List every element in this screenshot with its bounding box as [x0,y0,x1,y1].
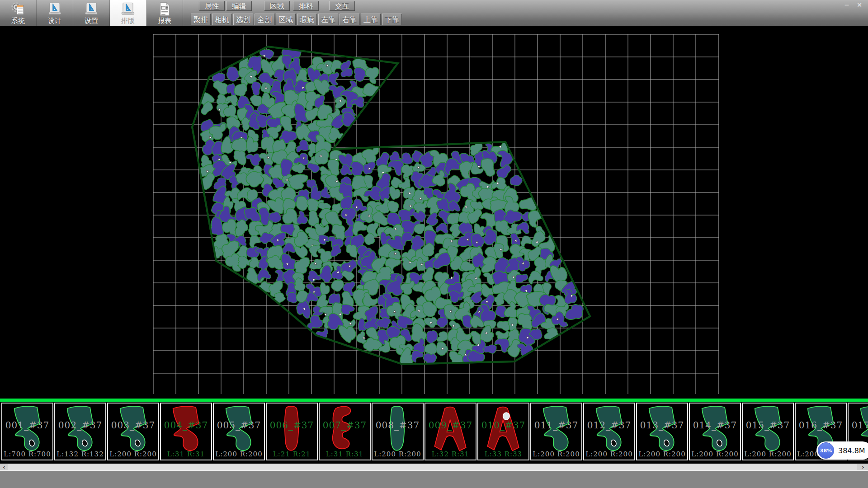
tab-3[interactable]: 区域 [264,1,290,11]
action-buttons: 聚排相机选割全割区域瑕疵左靠右靠上靠下靠 [191,14,402,25]
app-button-settings-ruler[interactable]: 设置 [73,0,110,26]
part-count-label: L:200 R:200 [214,450,264,458]
action-button-4[interactable]: 全割 [255,14,274,25]
main-toolbar: 系统设计设置排版报表 属性编辑区域排料交互 聚排相机选割全割区域瑕疵左靠右靠上靠… [0,0,868,26]
part-thumbnail-7[interactable]: 007_#37L:31 R:31 [319,403,371,460]
part-thumbnail-3[interactable]: 003_#37L:200 R:200 [107,403,159,460]
part-id-label: 010_#37 [478,420,528,431]
app-button-layout-ruler[interactable]: 排版 [110,0,146,26]
action-button-7[interactable]: 左靠 [318,14,338,25]
progress-badge: 38% 384.8M [816,441,868,460]
action-button-6[interactable]: 瑕疵 [297,14,317,25]
part-thumbnail-11[interactable]: 011_#37L:200 R:200 [530,403,582,460]
scroll-left-icon[interactable]: ‹ [0,464,8,470]
canvas-grid-svg [152,28,719,394]
part-id-label: 011_#37 [531,420,581,431]
part-count-label: L:200 R:200 [743,450,793,458]
part-thumbnail-13[interactable]: 013_#37L:200 R:200 [636,403,688,460]
action-button-3[interactable]: 选割 [233,14,253,25]
app-button-system-gear[interactable]: 系统 [0,0,37,26]
part-count-label: L:200 R:200 [584,450,634,458]
part-id-label: 003_#37 [108,420,158,431]
app-switcher: 系统设计设置排版报表 [0,0,183,26]
part-id-label: 004_#37 [161,420,211,431]
progress-percent: 38% [820,448,832,454]
part-count-label: L:200 R:200 [108,450,158,458]
part-id-label: 016_#37 [796,420,846,431]
strip-separator [0,399,868,402]
layout-ruler-icon [120,1,136,17]
part-id-label: 007_#37 [320,420,370,431]
part-id-label: 013_#37 [637,420,687,431]
design-ruler-icon [47,1,62,17]
part-id-label: 006_#37 [267,420,317,431]
app-button-design-ruler[interactable]: 设计 [37,0,73,26]
part-count-label: L:33 R:33 [478,450,528,458]
app-button-report-doc[interactable]: 报表 [146,0,183,26]
app-label: 设置 [85,17,98,25]
part-thumbnail-4[interactable]: 004_#37L:31 R:31 [160,403,212,460]
window-controls: ─ ✕ [843,1,863,9]
settings-ruler-icon [84,1,99,17]
part-id-label: 012_#37 [584,420,634,431]
horizontal-scrollbar[interactable]: ‹ › [0,464,868,470]
part-id-label: 014_#37 [690,420,740,431]
close-icon[interactable]: ✕ [855,1,863,9]
part-id-label: 009_#37 [425,420,476,431]
part-thumbnail-1[interactable]: 001_#37L:700 R:700 [1,403,53,460]
part-id-label: 001_#37 [2,420,52,431]
part-count-label: L:21 R:21 [267,450,317,458]
progress-circle: 38% [818,442,834,459]
nesting-canvas[interactable] [0,26,868,399]
scroll-right-icon[interactable]: › [859,464,867,470]
app-label: 系统 [11,17,25,25]
parts-strip: 001_#37L:700 R:700002_#37L:132 R:132003_… [0,402,868,462]
part-thumbnail-14[interactable]: 014_#37L:200 R:200 [689,403,741,460]
part-count-label: L:200 R:200 [690,450,740,458]
tab-2[interactable]: 编辑 [226,1,252,11]
part-thumbnail-9[interactable]: 009_#37L:32 R:31 [425,403,476,460]
part-count-label: L:200 R:200 [637,450,687,458]
part-id-label: 015_#37 [743,420,793,431]
menu-tabs: 属性编辑区域排料交互 [199,1,355,12]
action-button-9[interactable]: 上靠 [361,14,381,25]
tab-1[interactable]: 属性 [199,1,225,11]
part-count-label: L:200 R:200 [373,450,423,458]
tab-4[interactable]: 排料 [293,1,319,11]
scrollbar-thumb[interactable] [8,464,857,470]
app-label: 报表 [158,17,171,25]
action-button-5[interactable]: 区域 [276,14,296,25]
part-count-label: L:200 R:200 [531,450,581,458]
part-id-label: 017_#37 [849,420,868,431]
part-count-label: L:132 R:132 [55,450,105,458]
part-id-label: 008_#37 [373,420,423,431]
app-label: 排版 [121,17,135,25]
action-button-2[interactable]: 相机 [212,14,232,25]
system-gear-icon [10,1,26,17]
action-button-1[interactable]: 聚排 [191,14,211,25]
memory-usage: 384.8M [838,446,865,455]
part-count-label: L:32 R:31 [425,450,476,458]
part-count-label: L:700 R:700 [2,450,52,458]
part-thumbnail-8[interactable]: 008_#37L:200 R:200 [372,403,424,460]
part-thumbnail-6[interactable]: 006_#37L:21 R:21 [266,403,318,460]
part-thumbnail-2[interactable]: 002_#37L:132 R:132 [54,403,106,460]
minimize-icon[interactable]: ─ [843,1,851,9]
part-thumbnail-15[interactable]: 015_#37L:200 R:200 [742,403,794,460]
tab-5[interactable]: 交互 [329,1,355,11]
status-bar [0,470,868,488]
part-id-label: 005_#37 [214,420,264,431]
action-button-10[interactable]: 下靠 [382,14,402,25]
part-thumbnail-10[interactable]: 010_#37L:33 R:33 [477,403,529,460]
app-label: 设计 [48,17,61,25]
part-id-label: 002_#37 [55,420,105,431]
action-button-8[interactable]: 右靠 [340,14,359,25]
part-thumbnail-5[interactable]: 005_#37L:200 R:200 [213,403,265,460]
part-count-label: L:31 R:31 [320,450,370,458]
part-thumbnail-12[interactable]: 012_#37L:200 R:200 [583,403,635,460]
report-doc-icon [157,1,172,17]
application-window: 系统设计设置排版报表 属性编辑区域排料交互 聚排相机选割全割区域瑕疵左靠右靠上靠… [0,0,868,488]
part-count-label: L:31 R:31 [161,450,211,458]
